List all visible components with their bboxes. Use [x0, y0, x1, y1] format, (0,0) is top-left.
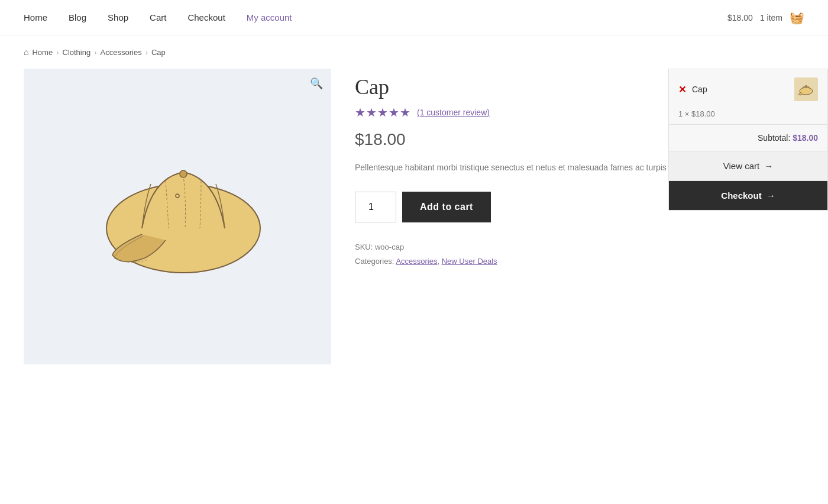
- nav-cart-price: $18.00: [727, 13, 753, 22]
- checkout-arrow: →: [766, 190, 775, 201]
- product-meta: SKU: woo-cap Categories: Accessories, Ne…: [355, 240, 804, 268]
- nav-cart-area: $18.00 1 item 🧺: [727, 11, 804, 25]
- zoom-icon[interactable]: 🔍: [310, 77, 323, 90]
- cart-item-name: Cap: [692, 85, 788, 94]
- cart-actions: View cart → Checkout →: [669, 151, 827, 210]
- cart-basket-icon[interactable]: 🧺: [790, 11, 804, 25]
- breadcrumb-home[interactable]: Home: [32, 48, 53, 57]
- review-link[interactable]: (1 customer review): [417, 108, 490, 117]
- nav-checkout[interactable]: Checkout: [187, 12, 225, 22]
- nav-cart[interactable]: Cart: [150, 12, 166, 22]
- sku-value: woo-cap: [375, 243, 404, 251]
- categories-label: Categories:: [355, 257, 394, 266]
- main-nav: Home Blog Shop Cart Checkout My account …: [0, 0, 828, 35]
- cart-dropdown: ✕ Cap 1 × $18.00 Subtotal: $18.00 View c…: [668, 69, 828, 211]
- nav-home[interactable]: Home: [24, 12, 47, 22]
- checkout-label: Checkout: [721, 190, 761, 201]
- breadcrumb-sep-1: ›: [56, 48, 59, 57]
- breadcrumb-clothing[interactable]: Clothing: [63, 48, 91, 57]
- quantity-input[interactable]: [355, 192, 396, 222]
- breadcrumb-accessories[interactable]: Accessories: [101, 48, 142, 57]
- cart-item-thumbnail: [794, 77, 818, 101]
- cart-subtotal: Subtotal: $18.00: [669, 124, 827, 151]
- breadcrumb-sep-3: ›: [145, 48, 148, 57]
- cart-item-qty-price: 1 × $18.00: [669, 109, 827, 124]
- remove-item-button[interactable]: ✕: [678, 84, 686, 95]
- categories-row: Categories: Accessories, New User Deals: [355, 254, 804, 268]
- subtotal-value: $18.00: [793, 133, 818, 143]
- checkout-button[interactable]: Checkout →: [669, 181, 827, 210]
- svg-point-1: [180, 170, 187, 177]
- sku-label: SKU:: [355, 243, 373, 251]
- view-cart-label: View cart: [723, 161, 759, 171]
- nav-myaccount[interactable]: My account: [247, 12, 292, 22]
- category-accessories[interactable]: Accessories: [396, 257, 437, 266]
- svg-point-4: [806, 86, 807, 88]
- subtotal-label: Subtotal:: [758, 133, 790, 143]
- star-rating: ★★★★★: [355, 105, 411, 119]
- main-content: 🔍 Cap ★★★★★: [0, 69, 828, 388]
- cart-item-row: ✕ Cap: [669, 69, 827, 109]
- breadcrumb-sep-2: ›: [94, 48, 96, 57]
- view-cart-arrow: →: [764, 161, 773, 171]
- breadcrumb-current: Cap: [151, 48, 166, 57]
- product-image: [80, 131, 275, 302]
- add-to-cart-button[interactable]: Add to cart: [402, 192, 491, 222]
- nav-cart-items: 1 item: [760, 13, 782, 22]
- view-cart-button[interactable]: View cart →: [669, 151, 827, 181]
- sku-row: SKU: woo-cap: [355, 240, 804, 254]
- nav-links: Home Blog Shop Cart Checkout My account: [24, 12, 292, 22]
- product-image-wrap: 🔍: [24, 69, 331, 364]
- category-new-user-deals[interactable]: New User Deals: [442, 257, 497, 266]
- nav-shop[interactable]: Shop: [108, 12, 128, 22]
- home-icon: ⌂: [24, 47, 28, 57]
- nav-blog[interactable]: Blog: [69, 12, 86, 22]
- breadcrumb: ⌂ Home › Clothing › Accessories › Cap: [0, 35, 828, 69]
